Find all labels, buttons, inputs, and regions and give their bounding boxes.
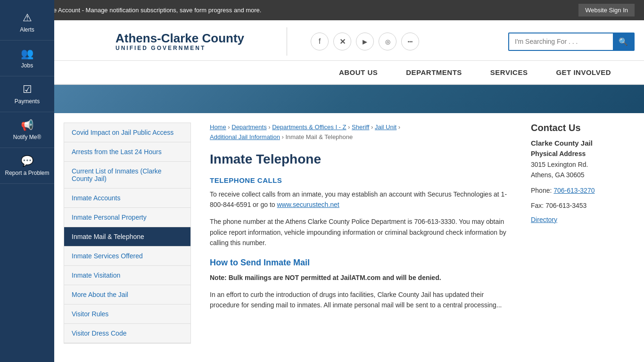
sign-in-button[interactable]: Website Sign In [578, 4, 635, 16]
report-icon: 💬 [21, 155, 33, 167]
side-nav-personal-property[interactable]: Inmate Personal Property [64, 208, 190, 227]
notify-icon: 📢 [21, 119, 33, 132]
side-nav-inmates-list[interactable]: Current List of Inmates (Clarke County J… [64, 162, 190, 189]
side-nav-covid[interactable]: Covid Impact on Jail Public Access [64, 123, 190, 142]
site-header: Athens-Clarke County UNIFIED GOVERNMENT … [54, 20, 644, 61]
hero-banner [54, 85, 644, 113]
sidebar-item-notify[interactable]: 📢 Notify Me® [0, 112, 54, 148]
breadcrumb-additional-jail[interactable]: Additional Jail Information [210, 133, 280, 140]
search-button[interactable]: 🔍 [613, 33, 634, 50]
facility-name: Clarke County Jail [531, 139, 635, 147]
side-nav-visitor-dress[interactable]: Visitor Dress Code [64, 324, 190, 343]
mail-note: Note: Bulk mailings are NOT permitted at… [210, 272, 512, 283]
side-nav-more-about[interactable]: More About the Jail [64, 285, 190, 304]
side-nav-services-offered[interactable]: Inmate Services Offered [64, 247, 190, 266]
breadcrumb-sheriff[interactable]: Sheriff [352, 123, 369, 131]
sidebar-notify-label: Notify Me® [13, 134, 41, 140]
sidebar-item-alerts[interactable]: ⚠ Alerts [0, 5, 54, 41]
twitter-x-icon[interactable]: ✕ [333, 33, 351, 50]
social-icons: f ✕ ▶ ◎ ••• [311, 33, 419, 50]
sidebar-jobs-label: Jobs [21, 62, 33, 69]
side-nav-visitor-rules[interactable]: Visitor Rules [64, 304, 190, 324]
breadcrumb-offices[interactable]: Departments & Offices I - Z [272, 123, 346, 131]
side-nav-visitation[interactable]: Inmate Visitation [64, 266, 190, 285]
breadcrumb-departments[interactable]: Departments [231, 123, 266, 131]
securustech-link[interactable]: www.securustech.net [277, 201, 339, 208]
search-area: 🔍 [508, 33, 635, 51]
left-sidebar: ⚠ Alerts 👥 Jobs ☑ Payments 📢 Notify Me® … [0, 0, 54, 353]
main-nav: ABOUT US DEPARTMENTS SERVICES GET INVOLV… [54, 61, 644, 85]
youtube-icon[interactable]: ▶ [356, 33, 374, 50]
sidebar-item-report[interactable]: 💬 Report a Problem [0, 148, 54, 184]
nav-services[interactable]: SERVICES [476, 61, 542, 84]
sidebar-item-payments[interactable]: ☑ Payments [0, 76, 54, 112]
alerts-icon: ⚠ [23, 12, 32, 24]
phone-link[interactable]: 706-613-3270 [553, 187, 594, 194]
contact-title: Contact Us [531, 123, 635, 133]
telephone-text-2: The phone number at the Athens Clarke Co… [210, 216, 512, 248]
jobs-icon: 👥 [21, 48, 33, 60]
content-wrapper: Athens-Clarke County UNIFIED GOVERNMENT … [54, 20, 644, 353]
breadcrumb-current: Inmate Mail & Telephone [285, 133, 353, 140]
contact-sidebar: Contact Us Clarke County Jail Physical A… [531, 123, 635, 344]
side-navigation: Covid Impact on Jail Public Access Arres… [64, 123, 191, 344]
side-nav-inmate-accounts[interactable]: Inmate Accounts [64, 189, 190, 208]
logo-subtitle: UNIFIED GOVERNMENT [116, 45, 244, 51]
nav-departments[interactable]: DEPARTMENTS [392, 61, 476, 84]
sidebar-report-label: Report a Problem [5, 170, 49, 176]
fax-text: Fax: 706-613-3453 [531, 200, 635, 211]
nav-get-involved[interactable]: GET INVOLVED [542, 61, 625, 84]
directory-link[interactable]: Directory [531, 216, 635, 223]
payments-icon: ☑ [23, 83, 32, 96]
telephone-text-1: To receive collect calls from an inmate,… [210, 189, 512, 210]
logo-title: Athens-Clarke County [116, 32, 244, 45]
sidebar-payments-label: Payments [15, 98, 40, 105]
instagram-icon[interactable]: ◎ [379, 33, 396, 50]
content-area: Covid Impact on Jail Public Access Arres… [54, 113, 644, 353]
sidebar-item-jobs[interactable]: 👥 Jobs [0, 41, 54, 76]
more-icons[interactable]: ••• [401, 33, 419, 50]
search-input[interactable] [509, 34, 613, 49]
breadcrumb-jail-unit[interactable]: Jail Unit [375, 123, 396, 131]
main-content: Home › Departments › Departments & Offic… [200, 123, 521, 344]
address-text: 3015 Lexington Rd. Athens, GA 30605 [531, 159, 635, 181]
page-title: Inmate Telephone [210, 152, 512, 167]
nav-about-us[interactable]: ABOUT US [325, 61, 392, 84]
telephone-section-title: TELEPHONE CALLS [210, 176, 512, 184]
logo-divider [287, 27, 287, 56]
facebook-icon[interactable]: f [311, 33, 329, 50]
mail-text: In an effort to curb the introduction of… [210, 289, 512, 311]
breadcrumb-home[interactable]: Home [210, 123, 226, 131]
top-banner: Create a Website Account - Manage notifi… [0, 0, 644, 20]
phone-text: Phone: 706-613-3270 [531, 185, 635, 196]
side-nav-arrests[interactable]: Arrests from the Last 24 Hours [64, 142, 190, 162]
logo-area: Athens-Clarke County UNIFIED GOVERNMENT [116, 32, 244, 52]
side-nav-mail-telephone[interactable]: Inmate Mail & Telephone [64, 227, 190, 247]
address-label: Physical Address [531, 150, 635, 157]
breadcrumb: Home › Departments › Departments & Offic… [210, 123, 512, 142]
mail-section-title: How to Send Inmate Mail [210, 258, 512, 268]
sidebar-alerts-label: Alerts [20, 26, 34, 33]
